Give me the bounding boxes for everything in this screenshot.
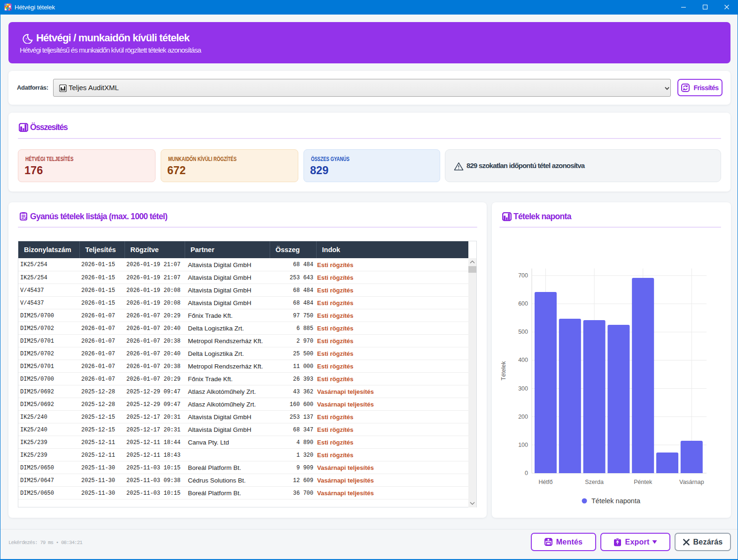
svg-text:Péntek: Péntek	[634, 479, 653, 485]
svg-text:100: 100	[518, 442, 528, 448]
svg-text:300: 300	[518, 385, 528, 392]
svg-text:600: 600	[518, 300, 528, 307]
svg-text:Vasárnap: Vasárnap	[679, 479, 704, 485]
svg-text:200: 200	[518, 414, 528, 420]
svg-text:500: 500	[518, 329, 528, 335]
svg-text:Tételek naponta: Tételek naponta	[591, 497, 641, 505]
svg-text:Tételek: Tételek	[500, 361, 507, 381]
svg-text:700: 700	[518, 272, 528, 279]
svg-text:0: 0	[525, 470, 528, 476]
svg-text:Hétfő: Hétfő	[539, 479, 553, 485]
svg-text:Szerda: Szerda	[585, 479, 604, 485]
svg-text:400: 400	[518, 357, 528, 363]
